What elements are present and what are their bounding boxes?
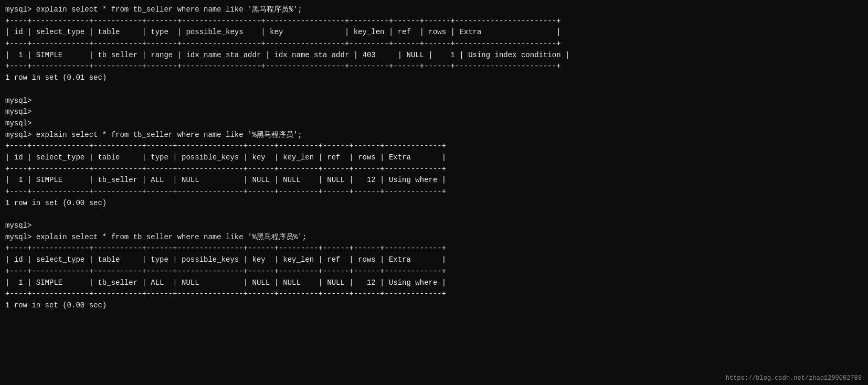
table-sep-3a: +----+-------------+-----------+------+-…: [5, 243, 863, 254]
command-line-2: mysql> explain select * from tb_seller w…: [5, 130, 863, 141]
table-sep-1b: +----+-------------+-----------+-------+…: [5, 38, 863, 50]
result-1: 1 row in set (0.01 sec): [5, 72, 863, 84]
table-sep-1c: +----+-------------+-----------+-------+…: [5, 61, 863, 72]
table-row-1: | 1 | SIMPLE | tb_seller | range | idx_n…: [5, 50, 863, 61]
table-row-2: | 1 | SIMPLE | tb_seller | ALL | NULL | …: [5, 175, 863, 186]
prompt-3: mysql>: [5, 118, 863, 130]
table-header-1: | id | select_type | table | type | poss…: [5, 27, 863, 38]
result-3: 1 row in set (0.00 sec): [5, 300, 863, 312]
blank-2: [5, 209, 863, 220]
command-line-3: mysql> explain select * from tb_seller w…: [5, 232, 863, 243]
table-sep-3c: +----+-------------+-----------+------+-…: [5, 288, 863, 300]
table-sep-3b: +----+-------------+-----------+------+-…: [5, 266, 863, 277]
table-sep-2b: +----+-------------+-----------+------+-…: [5, 164, 863, 175]
table-header-3: | id | select_type | table | type | poss…: [5, 254, 863, 266]
prompt-1: mysql>: [5, 95, 863, 107]
table-sep-1a: +----+-------------+-----------+-------+…: [5, 16, 863, 27]
terminal-window: mysql> explain select * from tb_seller w…: [0, 0, 868, 385]
table-sep-2a: +----+-------------+-----------+------+-…: [5, 141, 863, 152]
watermark: https://blog.csdn.net/zhao1299002788: [726, 375, 862, 382]
table-sep-2c: +----+-------------+-----------+------+-…: [5, 186, 863, 198]
prompt-2: mysql>: [5, 106, 863, 118]
blank-1: [5, 84, 863, 95]
command-line-1: mysql> explain select * from tb_seller w…: [5, 4, 863, 16]
result-2: 1 row in set (0.00 sec): [5, 198, 863, 209]
prompt-4: mysql>: [5, 220, 863, 232]
table-header-2: | id | select_type | table | type | poss…: [5, 152, 863, 164]
table-row-3: | 1 | SIMPLE | tb_seller | ALL | NULL | …: [5, 277, 863, 289]
